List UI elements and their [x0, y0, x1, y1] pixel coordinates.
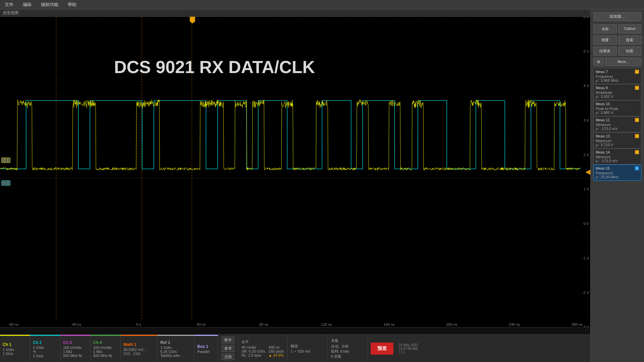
meas-value-meas14: μ': -170.0 mV [596, 159, 639, 163]
btn-row-1: 光标 Callout [593, 24, 641, 34]
menu-bar: 文件 编辑 辅助功能 帮助 [0, 0, 644, 9]
main-layout: 波形视图 C 1 C 2 DCS 9021 RX DATA/CLK ◀ Ch 1 [0, 9, 644, 362]
meas-title-meas10: Meas 10 [596, 102, 610, 106]
bus-btn[interactable]: 总线 [221, 353, 234, 360]
meas-badge-meas7: 1 [635, 70, 639, 74]
ch4-vdiv: 100 mV/div [93, 346, 118, 350]
meas-title-meas13: Meas 13 [596, 134, 610, 138]
trigger-block[interactable]: 触发 1 ✓ 920 mV [287, 335, 328, 362]
ref1-title: Ref 1 [160, 340, 192, 345]
acquire-bits: 取样: 8 bits [331, 349, 364, 354]
meas-label-meas10: Peak-to-Peak [596, 107, 639, 111]
oscilloscope-canvas[interactable] [0, 17, 590, 327]
time-axis [0, 327, 590, 335]
ref-btn[interactable]: 参考 [221, 345, 234, 352]
acquire-count: 0 采集 [331, 354, 364, 359]
ch4-bw: 500 MHz ℞ [93, 354, 118, 358]
meas-value-meas10: μ': 3.880 V [596, 111, 639, 115]
bus1-block[interactable]: Bus 1 Parallel [195, 335, 218, 362]
measure-button[interactable]: 测量 [593, 36, 617, 45]
menu-help[interactable]: 帮助 [66, 1, 78, 8]
meas-item-meas13[interactable]: Meas 131Maximumμ': 3.710 V [593, 132, 641, 148]
menu-edit[interactable]: 编辑 [21, 1, 34, 8]
meas-item-meas8[interactable]: Meas 81Amplitudeμ': 3.002 V [593, 84, 641, 100]
callout-button[interactable]: Callout [618, 24, 642, 34]
math-btn[interactable]: 数学 [221, 337, 234, 344]
more-button[interactable]: More... [605, 58, 641, 66]
search-button[interactable]: 搜索 [618, 36, 642, 45]
meas-badge-meas14: 1 [635, 150, 639, 154]
trigger-title: 触发 [291, 344, 324, 349]
meas-item-meas15[interactable]: Meas 151Frequencyμ': 25.00 MHz [593, 165, 641, 181]
btn-row-3: 结果表 绘图 [593, 47, 641, 56]
results-button[interactable]: 结果表 [593, 47, 617, 56]
meas-item-meas11[interactable]: Meas 111Minimumμ': -170.0 mV [593, 116, 641, 132]
channel-buttons: 数学 参考 总线 [218, 335, 238, 362]
meas-badge-meas15: 1 [635, 166, 639, 170]
trigger-val: 1 ✓ 920 mV [291, 349, 324, 354]
meas-value-meas13: μ': 3.710 V [596, 143, 639, 147]
ch1-label: C 1 [1, 158, 10, 163]
meas-item-meas10[interactable]: Meas 10Peak-to-Peakμ': 3.880 V [593, 100, 641, 116]
ch3-block[interactable]: Ch 3 100 mV/div 1 MΩ 500 MHz ℞ [60, 335, 91, 362]
time-display: 12:47:59 AM [399, 347, 418, 351]
meas-label-meas7: Frequency [596, 74, 639, 78]
menu-file[interactable]: 文件 [3, 1, 15, 8]
horiz-pct: ▲ 24.9% [268, 353, 283, 357]
ch2-coupling: ⟲ [33, 350, 57, 354]
meas-title-meas11: Meas 11 [596, 118, 610, 122]
acquire-mode: 自动.. 分析 [331, 344, 364, 349]
ch1-bw: 1 GHz [3, 352, 27, 356]
meas-title-meas15: Meas 15 [596, 166, 610, 170]
meas-label-meas13: Maximum [596, 139, 639, 143]
meas-label-meas15: Frequency [596, 171, 639, 175]
acquire-title: 采集 [331, 338, 364, 343]
ch2-block[interactable]: Ch 2 1 V/div ⟲ 1 GHz [30, 335, 60, 362]
meas-label-meas8: Amplitude [596, 90, 639, 95]
landmark-button[interactable]: 光标 [593, 24, 617, 34]
meas-title-meas14: Meas 14 [596, 150, 610, 154]
meas-item-meas14[interactable]: Meas 141Minimumμ': -170.0 mV [593, 148, 641, 165]
draw-button[interactable]: 绘图 [618, 47, 642, 56]
meas-badge-meas8: 1 [635, 86, 639, 90]
math1-expr: Ch1 - Ch2 [123, 352, 155, 356]
meas-title-meas8: Meas 8 [596, 86, 608, 90]
horiz-res: 160 ps/pt [268, 349, 283, 353]
grid-icon-button[interactable]: ⊞ [593, 58, 604, 66]
acquire-block[interactable]: 采集 自动.. 分析 取样: 8 bits 0 采集 [328, 335, 368, 362]
ch1-title: Ch 1 [3, 342, 27, 347]
ch3-impedance: 1 MΩ [63, 350, 88, 354]
cursor-arrow: ◀ [585, 168, 590, 176]
waveform-area: 波形视图 C 1 C 2 DCS 9021 RX DATA/CLK ◀ Ch 1 [0, 9, 590, 362]
meas-value-meas15: μ': 25.00 MHz [596, 175, 639, 179]
ch1-block[interactable]: Ch 1 1 V/div 1 GHz [0, 335, 30, 362]
waveform-title: 波形视图 [3, 10, 19, 16]
math1-title: Math 1 [123, 342, 155, 347]
meas-value-meas8: μ': 3.002 V [596, 95, 639, 99]
horizontal-block[interactable]: 水平 40 ns/div SR: 6.25 GS/s RL: 2.5 kpts … [238, 335, 287, 362]
meas-value-meas11: μ': -170.0 mV [596, 127, 639, 131]
ch2-title: Ch 2 [33, 340, 57, 345]
ch3-title: Ch 3 [63, 340, 88, 345]
ch2-vdiv: 1 V/div [33, 346, 57, 350]
right-panel: 添加新... 光标 Callout 测量 搜索 结果表 绘图 ⊞ More...… [590, 9, 644, 362]
horiz-title: 水平 [241, 340, 284, 345]
menu-assist[interactable]: 辅助功能 [39, 1, 60, 8]
meas-item-meas7[interactable]: Meas 71Frequencyμ': 3.968 MHz [593, 68, 641, 84]
ref1-vdiv: 1 V/div [160, 346, 192, 350]
ref1-sample: 6.25 GS/s [160, 350, 192, 354]
ref1-block[interactable]: Ref 1 1 V/div 6.25 GS/s Tek001.wfm [158, 335, 195, 362]
math1-block[interactable]: Math 1 26.5352 mV... Ch1 - Ch2 [121, 335, 158, 362]
ch1-vdiv: 1 V/div [3, 348, 27, 352]
meas-title-meas7: Meas 7 [596, 70, 608, 74]
ch2-bw: 1 GHz [33, 354, 57, 358]
add-new-button[interactable]: 添加新... [593, 12, 641, 21]
run-button[interactable]: 预览 [371, 343, 393, 355]
ch4-title: Ch 4 [93, 340, 118, 345]
horiz-sr: SR: 6.25 GS/s [241, 349, 265, 353]
waveform-canvas[interactable]: C 1 C 2 DCS 9021 RX DATA/CLK ◀ [0, 17, 590, 327]
ch3-bw: 500 MHz ℞ [63, 354, 88, 358]
btn-row-4: ⊞ More... [593, 58, 641, 66]
ch4-block[interactable]: Ch 4 100 mV/div 1 MΩ 500 MHz ℞ [91, 335, 121, 362]
meas-label-meas14: Minimum [596, 155, 639, 159]
